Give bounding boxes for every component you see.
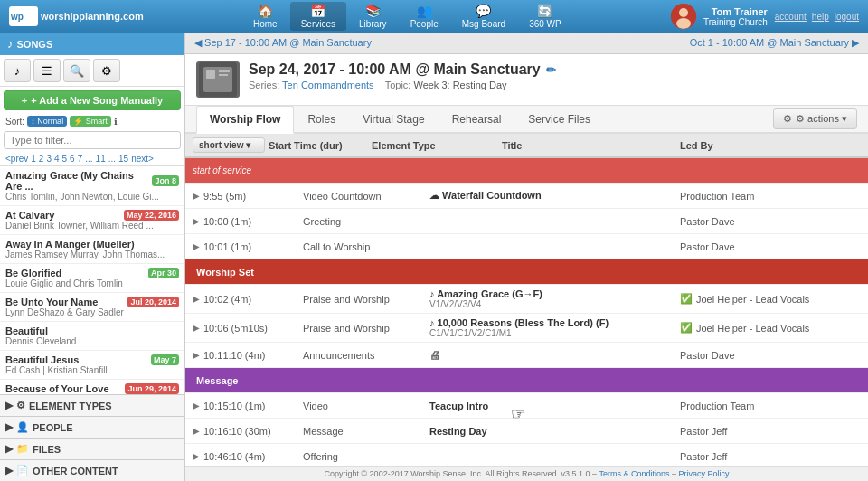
expand-arrow[interactable]: ▶ — [193, 294, 203, 304]
logo[interactable]: wp worshipplanning.com — [9, 6, 144, 26]
col-led-header: Led By — [680, 140, 861, 151]
list-item[interactable]: Amazing Grace (My Chains Are ... Jon 8 C… — [0, 166, 184, 206]
sidebar-item-people[interactable]: ▶ 👤 PEOPLE — [0, 416, 184, 438]
song-badge: May 22, 2016 — [124, 210, 179, 221]
user-area: Tom Trainer Training Church account help… — [671, 4, 859, 29]
content-area: ◀ Sep 17 - 10:00 AM @ Main Sanctuary Oct… — [185, 33, 868, 481]
tool-search[interactable]: 🔍 — [63, 59, 90, 82]
list-item[interactable]: Beautiful Jesus May 7 Ed Cash | Kristian… — [0, 351, 184, 380]
tabs-bar: Worship Flow Roles Virtual Stage Rehears… — [185, 106, 868, 134]
nav-library[interactable]: 📚 Library — [348, 2, 398, 31]
sort-normal-button[interactable]: ↕ Normal — [27, 116, 67, 127]
tab-rehearsal[interactable]: Rehearsal — [439, 106, 515, 134]
table-row[interactable]: ▶ 10:15:10 (1m) Video Teacup Intro Produ… — [185, 393, 868, 419]
start-of-service: start of service — [185, 158, 868, 184]
expand-arrow[interactable]: ▶ — [193, 426, 203, 436]
expand-icon: ▶ — [5, 465, 13, 476]
row-led: Production Team — [680, 401, 861, 411]
expand-arrow[interactable]: ▶ — [193, 216, 203, 226]
terms-link[interactable]: Terms & Conditions — [599, 469, 669, 478]
expand-arrow[interactable]: ▶ — [193, 451, 203, 461]
tab-virtual-stage[interactable]: Virtual Stage — [349, 106, 439, 134]
section-worship-set-1: Worship Set — [185, 259, 868, 285]
nav-people[interactable]: 👥 People — [400, 2, 449, 31]
table-row[interactable]: ▶ 10:46:10 (4m) Offering Pastor Jeff — [185, 444, 868, 466]
table-row[interactable]: ▶ 10:01 (1m) Call to Worship Pastor Dave — [185, 234, 868, 259]
tool-filter[interactable]: ⚙ — [93, 59, 120, 82]
series-link[interactable]: Ten Commandments — [282, 80, 374, 90]
row-time: 10:16:10 (30m) — [203, 426, 303, 437]
list-item[interactable]: Be Glorified Apr 30 Louie Giglio and Chr… — [0, 264, 184, 293]
sidebar-item-element-types[interactable]: ▶ ⚙ ELEMENT TYPES — [0, 394, 184, 416]
list-item[interactable]: At Calvary May 22, 2016 Daniel Brink Tow… — [0, 206, 184, 235]
sort-smart-button[interactable]: ⚡ Smart — [70, 116, 111, 127]
tab-roles[interactable]: Roles — [294, 106, 349, 134]
prev-service-link[interactable]: ◀ Sep 17 - 10:00 AM @ Main Sanctuary — [194, 37, 372, 49]
expand-arrow[interactable]: ▶ — [193, 401, 203, 410]
page-11[interactable]: 11 — [96, 154, 106, 164]
table-row[interactable]: ▶ 10:11:10 (4m) Announcements 🖨 Pastor D… — [185, 343, 868, 368]
song-title: Away In A Manger (Mueller) — [5, 239, 179, 250]
table-row[interactable]: ▶ 10:02 (4m) Praise and Worship ♪ Amazin… — [185, 285, 868, 314]
element-types-icon: ⚙ — [16, 400, 25, 411]
add-song-button[interactable]: + + Add a New Song Manually — [4, 90, 181, 110]
sidebar-item-other-content[interactable]: ▶ 📄 OTHER CONTENT — [0, 459, 184, 481]
search-input[interactable] — [4, 131, 181, 149]
next-page[interactable]: next> — [131, 154, 154, 164]
view-label[interactable]: short view ▾ — [193, 137, 265, 153]
page-4[interactable]: 4 — [54, 154, 60, 164]
expand-arrow[interactable]: ▶ — [193, 350, 203, 360]
page-5[interactable]: 5 — [62, 154, 68, 164]
logout-link[interactable]: logout — [835, 12, 859, 22]
sidebar-item-files[interactable]: ▶ 📁 FILES — [0, 438, 184, 459]
song-title: At Calvary May 22, 2016 — [5, 210, 179, 221]
page-3[interactable]: 3 — [46, 154, 52, 164]
song-authors: Chris Tomlin, John Newton, Louie Gi... — [5, 192, 179, 202]
privacy-link[interactable]: Privacy Policy — [679, 469, 730, 478]
section-label: Worship Set — [196, 267, 254, 278]
user-name: Tom Trainer — [703, 6, 768, 17]
sort-info-icon[interactable]: ℹ — [114, 117, 118, 127]
table-row[interactable]: ▶ 10:06 (5m10s) Praise and Worship ♪ 10,… — [185, 314, 868, 343]
expand-arrow[interactable]: ▶ — [193, 191, 203, 201]
col-title-header: Title — [502, 140, 676, 151]
tab-worship-flow[interactable]: Worship Flow — [196, 106, 294, 134]
expand-arrow[interactable]: ▶ — [193, 323, 203, 333]
nav-services[interactable]: 📅 Services — [290, 2, 346, 31]
service-info: Sep 24, 2017 - 10:00 AM @ Main Sanctuary… — [249, 61, 857, 90]
help-link[interactable]: help — [812, 12, 829, 22]
page-15[interactable]: 15 — [118, 154, 128, 164]
tool-music[interactable]: ♪ — [4, 59, 31, 82]
topic-value: Week 3: Resting Day — [413, 80, 506, 90]
account-link[interactable]: account — [775, 12, 807, 22]
nav-360wp[interactable]: 🔄 360 WP — [518, 2, 572, 31]
row-led: Pastor Dave — [680, 350, 861, 361]
list-item[interactable]: Away In A Manger (Mueller) James Ramsey … — [0, 235, 184, 264]
page-2[interactable]: 2 — [39, 154, 44, 164]
row-time: 10:06 (5m10s) — [203, 323, 303, 334]
nav-msgboard[interactable]: 💬 Msg Board — [451, 2, 516, 31]
table-row[interactable]: ▶ 10:16:10 (30m) Message Resting Day Pas… — [185, 419, 868, 444]
page-1[interactable]: 1 — [31, 154, 36, 164]
song-badge: Jon 8 — [152, 175, 179, 186]
prev-page[interactable]: <prev — [5, 154, 28, 164]
list-item[interactable]: Beautiful Dennis Cleveland — [0, 322, 184, 351]
expand-icon: ▶ — [5, 400, 13, 411]
tool-list[interactable]: ☰ — [33, 59, 61, 82]
table-row[interactable]: ▶ 10:00 (1m) Greeting Pastor Dave — [185, 209, 868, 234]
list-item[interactable]: Because of Your Love Jun 29, 2014 Brento… — [0, 380, 184, 394]
nav-home[interactable]: 🏠 Home — [242, 2, 288, 31]
tab-service-files[interactable]: Service Files — [514, 106, 604, 134]
page-7[interactable]: 7 — [78, 154, 83, 164]
list-item[interactable]: Be Unto Your Name Jul 20, 2014 Lynn DeSh… — [0, 293, 184, 322]
print-icon[interactable]: 🖨 — [429, 349, 440, 362]
view-dropdown[interactable]: short view ▾ — [193, 137, 265, 153]
page-6[interactable]: 6 — [70, 154, 75, 164]
table-row[interactable]: ▶ 9:55 (5m) Video Countdown ☁ Waterfall … — [185, 184, 868, 209]
col-type-header: Element Type — [372, 140, 498, 151]
expand-arrow[interactable]: ▶ — [193, 241, 203, 251]
actions-button[interactable]: ⚙ ⚙ actions ▾ — [773, 108, 857, 129]
edit-service-icon[interactable]: ✏ — [546, 63, 556, 77]
song-authors: Daniel Brink Towner, William Reed ... — [5, 221, 179, 231]
next-service-link[interactable]: Oct 1 - 10:00 AM @ Main Sanctuary ▶ — [690, 37, 859, 49]
